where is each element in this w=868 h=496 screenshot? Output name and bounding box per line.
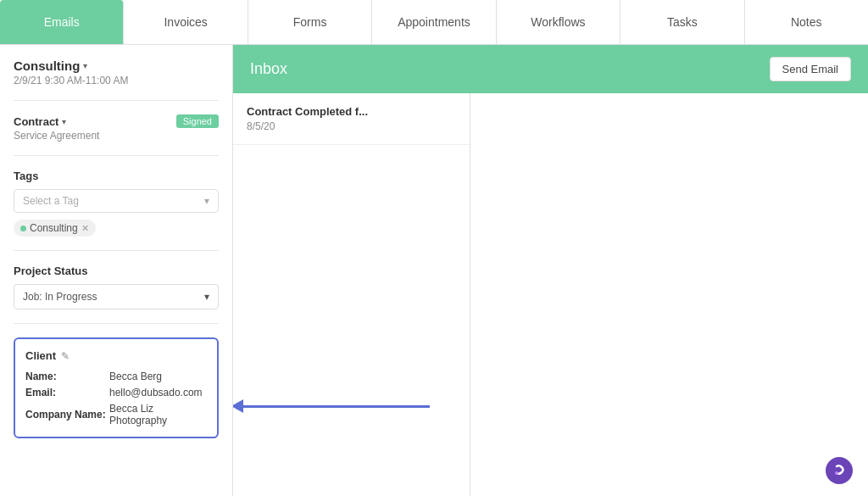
arrow-line (243, 405, 430, 408)
email-list: Contract Completed f... 8/5/20 (233, 93, 470, 496)
tab-tasks[interactable]: Tasks (620, 0, 744, 44)
send-email-button[interactable]: Send Email (770, 57, 851, 81)
status-arrow-icon: ▾ (204, 291, 209, 303)
status-select-dropdown[interactable]: Job: In Progress ▾ (14, 284, 219, 309)
svg-point-1 (835, 471, 838, 475)
edit-icon[interactable]: ✎ (61, 350, 70, 362)
client-email-value: hello@dubsado.com (109, 387, 203, 398)
client-section: Client ✎ Name: Becca Berg Email: hello@d… (14, 337, 219, 438)
tag-list: Consulting ✕ (14, 220, 219, 237)
inbox-body: Contract Completed f... 8/5/20 (233, 93, 868, 496)
tag-chip-consulting: Consulting ✕ (14, 220, 96, 237)
status-value: Job: In Progress (23, 291, 97, 303)
client-header: Client ✎ (25, 349, 207, 362)
tags-title: Tags (14, 170, 219, 182)
tab-forms[interactable]: Forms (248, 0, 372, 44)
arrow-annotation (233, 399, 430, 413)
project-status-title: Project Status (14, 265, 219, 277)
sidebar-title-row: Consulting ▾ (14, 59, 219, 73)
contract-row: Contract ▾ Signed (14, 114, 219, 128)
tab-workflows[interactable]: Workflows (497, 0, 620, 44)
tag-dot-icon (20, 226, 26, 231)
client-name-row: Name: Becca Berg (25, 371, 207, 382)
client-title: Client (25, 349, 56, 362)
service-agreement: Service Agreement (14, 130, 219, 142)
signed-badge: Signed (176, 114, 219, 128)
email-date: 8/5/20 (247, 120, 456, 132)
tab-notes[interactable]: Notes (745, 0, 868, 44)
client-name-value: Becca Berg (109, 371, 162, 382)
app-logo (826, 457, 853, 484)
client-company-row: Company Name: Becca Liz Photography (25, 403, 207, 426)
arrow-head-icon (233, 399, 243, 413)
tab-invoices[interactable]: Invoices (124, 0, 248, 44)
project-status-section: Project Status Job: In Progress ▾ (14, 265, 219, 309)
email-subject: Contract Completed f... (247, 105, 456, 118)
inbox-header: Inbox Send Email (233, 45, 868, 93)
title-dropdown-icon[interactable]: ▾ (83, 61, 87, 70)
divider-1 (14, 100, 219, 101)
divider-2 (14, 155, 219, 156)
client-company-label: Company Name: (25, 409, 106, 421)
sidebar-title: Consulting (14, 59, 80, 73)
inbox-title: Inbox (250, 60, 287, 78)
divider-3 (14, 250, 219, 251)
left-sidebar: Consulting ▾ 2/9/21 9:30 AM-11:00 AM Con… (0, 45, 233, 496)
top-navigation: Emails Invoices Forms Appointments Workf… (0, 0, 868, 45)
main-content: Consulting ▾ 2/9/21 9:30 AM-11:00 AM Con… (0, 45, 868, 496)
email-item[interactable]: Contract Completed f... 8/5/20 (233, 93, 470, 145)
email-detail-panel (470, 93, 868, 496)
logo-icon (826, 457, 853, 484)
tab-emails[interactable]: Emails (0, 0, 124, 44)
client-name-label: Name: (25, 371, 106, 382)
contract-label-row: Contract ▾ (14, 115, 66, 128)
divider-4 (14, 323, 219, 324)
right-panel: Inbox Send Email Contract Completed f...… (233, 45, 868, 496)
tag-select-placeholder: Select a Tag (23, 195, 79, 207)
client-email-label: Email: (25, 387, 106, 398)
tag-select-dropdown[interactable]: Select a Tag ▾ (14, 189, 219, 213)
sidebar-header: Consulting ▾ 2/9/21 9:30 AM-11:00 AM (14, 59, 219, 86)
client-email-row: Email: hello@dubsado.com (25, 387, 207, 398)
right-wrapper: Inbox Send Email Contract Completed f...… (233, 45, 868, 496)
contract-section: Contract ▾ Signed Service Agreement (14, 114, 219, 142)
client-company-value: Becca Liz Photography (109, 403, 207, 426)
sidebar-date: 2/9/21 9:30 AM-11:00 AM (14, 75, 219, 86)
contract-label: Contract (14, 115, 58, 128)
tag-remove-icon[interactable]: ✕ (81, 223, 89, 234)
client-info: Name: Becca Berg Email: hello@dubsado.co… (25, 371, 207, 426)
contract-dropdown-icon[interactable]: ▾ (62, 117, 66, 126)
tags-section: Tags Select a Tag ▾ Consulting ✕ (14, 170, 219, 237)
tag-chip-label: Consulting (30, 222, 78, 234)
tab-appointments[interactable]: Appointments (372, 0, 496, 44)
tag-select-arrow-icon: ▾ (204, 195, 209, 207)
